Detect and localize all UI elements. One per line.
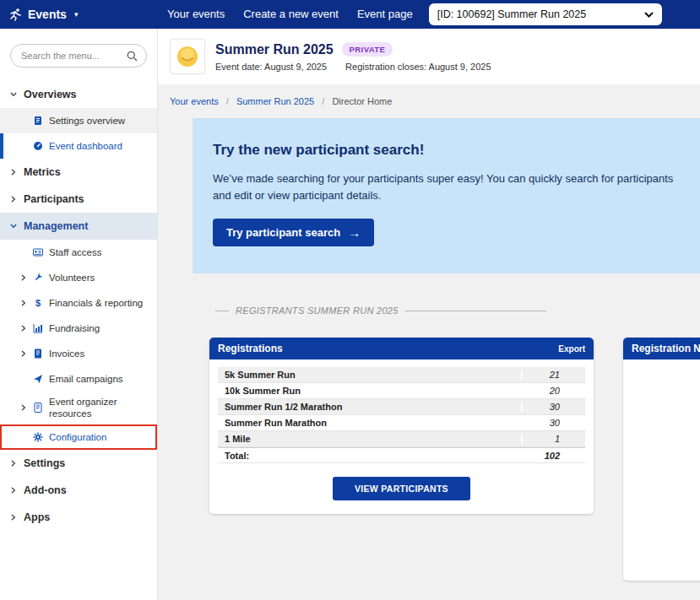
private-badge: PRIVATE — [342, 42, 393, 57]
nav-create-event[interactable]: Create a new event — [234, 0, 348, 29]
view-participants-button[interactable]: VIEW PARTICIPANTS — [333, 477, 470, 500]
try-participant-search-button[interactable]: Try participant search → — [213, 219, 374, 246]
sidebar-item-email-campaigns[interactable]: Email campaigns — [0, 366, 157, 392]
sun-icon — [171, 41, 203, 73]
export-button[interactable]: Export — [558, 344, 585, 354]
sidebar-item-add-ons[interactable]: Add-ons — [0, 477, 157, 504]
event-date: Event date: August 9, 2025 — [215, 62, 327, 72]
breadcrumb-summer-run[interactable]: Summer Run 2025 — [236, 96, 314, 106]
sidebar-item-apps[interactable]: Apps — [0, 504, 157, 531]
chevron-right-icon — [20, 325, 27, 332]
divider-line — [215, 311, 229, 311]
table-row: 10k Summer Run 20 — [218, 383, 585, 399]
main-content: Summer Run 2025 PRIVATE Event date: Augu… — [158, 29, 700, 600]
registrations-table: 5k Summer Run 21 10k Summer Run 20 Summe… — [218, 367, 585, 463]
chevron-right-icon — [10, 487, 17, 494]
breadcrumb-current: Director Home — [332, 96, 392, 106]
brand-icon — [8, 8, 22, 21]
event-select-value: [ID: 100692] Summer Run 2025 — [437, 8, 587, 20]
row-value: 30 — [521, 418, 585, 428]
sidebar-item-participants[interactable]: Participants — [0, 186, 157, 213]
event-select[interactable]: [ID: 100692] Summer Run 2025 — [429, 3, 662, 25]
sidebar-item-settings-overview[interactable]: Settings overview — [0, 108, 157, 133]
card-title: Registrations — [218, 343, 283, 354]
row-label: Summer Run Marathon — [218, 418, 521, 428]
gear-icon — [33, 432, 43, 442]
row-label: 1 Mile — [218, 434, 521, 444]
breadcrumb: Your events / Summer Run 2025 / Director… — [158, 84, 700, 106]
arrow-right-icon: → — [348, 226, 361, 239]
row-label: 10k Summer Run — [218, 386, 521, 396]
sidebar-item-label: Management — [24, 220, 88, 232]
sidebar-item-fundraising[interactable]: Fundraising — [0, 316, 157, 341]
sidebar-item-configuration[interactable]: Configuration — [0, 424, 157, 450]
sidebar-item-label: Invoices — [49, 349, 84, 359]
brand-menu[interactable]: Events ▾ — [0, 8, 158, 21]
management-children: Staff access Volunteers $ Financials & r… — [0, 240, 157, 450]
sidebar-item-financials-reporting[interactable]: $ Financials & reporting — [0, 290, 157, 316]
page-title: Summer Run 2025 — [215, 42, 334, 57]
divider-line — [405, 311, 546, 311]
wrench-icon — [33, 273, 43, 283]
table-row: 5k Summer Run 21 — [218, 367, 585, 383]
sidebar-item-label: Financials & reporting — [49, 298, 143, 308]
sidebar-item-label: Apps — [24, 511, 50, 523]
chevron-right-icon — [10, 169, 17, 176]
card-title: Registration Nu — [632, 343, 700, 354]
table-row: Summer Run 1/2 Marathon 30 — [218, 399, 585, 415]
settings-overview-icon — [33, 116, 43, 126]
promo-title: Try the new participant search! — [213, 142, 680, 159]
sidebar-item-settings[interactable]: Settings — [0, 450, 157, 477]
row-label: Total: — [218, 451, 521, 461]
registration-numbers-card-header: Registration Nu — [623, 338, 700, 359]
chevron-right-icon — [10, 514, 17, 521]
row-value: 30 — [521, 402, 585, 412]
dollar-icon: $ — [33, 298, 43, 308]
chevron-right-icon — [10, 196, 17, 203]
nav-event-page[interactable]: Event page — [348, 0, 422, 29]
row-label: 5k Summer Run — [218, 370, 521, 380]
registrations-card: Registrations Export 5k Summer Run 21 10… — [209, 338, 594, 514]
table-row: 1 Mile 1 — [218, 431, 585, 447]
id-card-icon — [33, 247, 43, 257]
breadcrumb-your-events[interactable]: Your events — [170, 96, 219, 106]
sidebar-item-metrics[interactable]: Metrics — [0, 159, 157, 186]
sidebar-item-staff-access[interactable]: Staff access — [0, 240, 157, 265]
row-label: Summer Run 1/2 Marathon — [218, 402, 521, 412]
search-icon[interactable] — [127, 51, 138, 62]
sidebar: Overviews Settings overview Event dashbo… — [0, 29, 158, 600]
row-value: 21 — [521, 370, 585, 380]
paper-plane-icon — [33, 374, 43, 384]
table-row: Summer Run Marathon 30 — [218, 415, 585, 431]
chart-icon — [33, 323, 43, 333]
registrations-card-header: Registrations Export — [209, 338, 594, 359]
promo-body: We’ve made searching for your participan… — [213, 170, 680, 203]
sidebar-item-volunteers[interactable]: Volunteers — [0, 265, 157, 290]
sidebar-item-event-dashboard[interactable]: Event dashboard — [0, 133, 157, 159]
sidebar-search — [10, 44, 147, 68]
sidebar-item-event-organizer-resources[interactable]: Event organizer resources — [0, 392, 157, 424]
sidebar-item-invoices[interactable]: Invoices — [0, 341, 157, 366]
sidebar-item-label: Participants — [24, 193, 84, 205]
brand-label: Events — [28, 8, 67, 21]
promo-panel: Try the new participant search! We’ve ma… — [193, 118, 700, 273]
sidebar-item-overviews[interactable]: Overviews — [0, 81, 157, 108]
chevron-down-icon — [644, 12, 654, 18]
sidebar-item-label: Staff access — [49, 247, 101, 257]
sidebar-item-label: Add-ons — [24, 484, 67, 496]
row-value: 102 — [521, 451, 585, 461]
table-row-total: Total: 102 — [218, 447, 585, 463]
sidebar-item-label: Metrics — [24, 166, 61, 178]
row-value: 20 — [521, 386, 585, 396]
sidebar-item-management[interactable]: Management — [0, 213, 157, 240]
invoice-icon — [33, 349, 43, 359]
breadcrumb-separator: / — [226, 96, 229, 106]
chevron-right-icon — [20, 300, 27, 306]
nav-your-events[interactable]: Your events — [158, 0, 234, 29]
sidebar-item-label: Settings overview — [49, 116, 125, 126]
breadcrumb-separator: / — [322, 96, 324, 106]
sidebar-item-label: Email campaigns — [49, 374, 123, 384]
section-divider-label: REGISTRANTS SUMMER RUN 2025 — [236, 305, 399, 316]
brand-caret-icon: ▾ — [74, 10, 79, 19]
sidebar-item-label: Event organizer resources — [49, 396, 137, 420]
